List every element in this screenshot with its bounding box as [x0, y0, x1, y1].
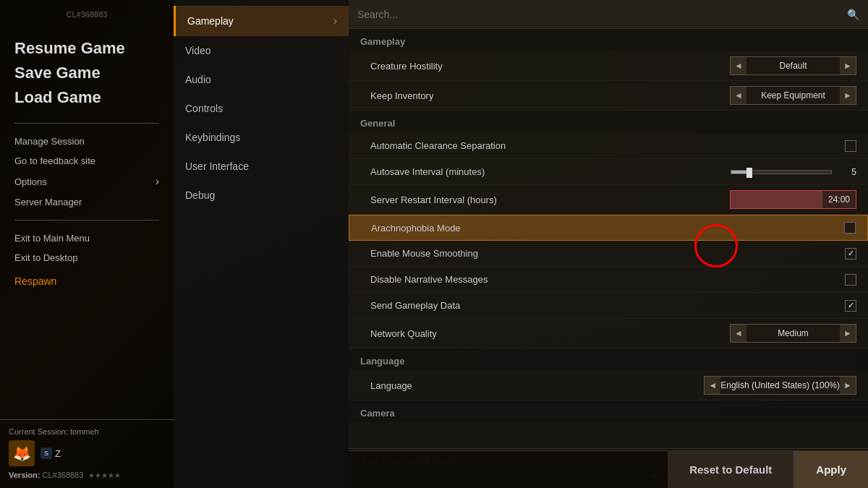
server-restart-label: Server Restart Interval (hours)	[370, 194, 726, 205]
session-label: Current Session: tommeh	[9, 427, 165, 436]
section-camera-header: Camera	[349, 401, 868, 423]
manage-session-button[interactable]: Manage Session	[14, 132, 159, 150]
section-gameplay-header: Gameplay	[349, 29, 868, 51]
sidebar-bottom: Current Session: tommeh 🦊 S Z Version: C…	[0, 419, 174, 488]
section-language-header: Language	[349, 348, 868, 371]
arachnophobia-checkbox[interactable]	[844, 222, 856, 234]
setting-disable-narrative: Disable Narrative Messages	[349, 267, 868, 293]
autosave-value: 5	[836, 167, 856, 177]
bottom-bar: Reset to Default Apply	[349, 450, 868, 488]
arachnophobia-label: Arachnophobia Mode	[371, 223, 726, 234]
keep-inventory-label: Keep Inventory	[370, 90, 726, 101]
mouse-smoothing-checkbox[interactable]	[845, 248, 856, 260]
exit-main-menu-button[interactable]: Exit to Main Menu	[14, 229, 159, 247]
autosave-control: 5	[726, 167, 856, 177]
category-video[interactable]: Video	[174, 36, 349, 65]
avatar: 🦊	[9, 440, 35, 466]
category-keybindings[interactable]: Keybindings	[174, 123, 349, 152]
divider-2	[14, 220, 159, 221]
respawn-button[interactable]: Respawn	[0, 270, 174, 293]
creature-hostility-next[interactable]: ►	[840, 57, 856, 74]
time-fill	[731, 191, 822, 208]
language-control: ◄ English (United States) (100%) ►	[704, 376, 856, 395]
setting-send-gameplay: Send Gameplay Data	[349, 293, 868, 319]
keep-inventory-value: Keep Equipment	[746, 90, 840, 100]
creature-hostility-prev[interactable]: ◄	[731, 57, 746, 74]
autosave-slider-handle[interactable]	[746, 168, 752, 178]
apply-button[interactable]: Apply	[794, 451, 868, 489]
setting-creature-hostility: Creature Hostility ◄ Default ►	[349, 51, 868, 81]
send-gameplay-control	[726, 300, 856, 312]
options-button[interactable]: Options	[14, 171, 159, 192]
main-actions: Resume Game Save Game Load Game	[0, 22, 174, 117]
auto-clearance-checkbox[interactable]	[845, 140, 856, 152]
version-value: CL#368883	[42, 471, 83, 479]
category-controls[interactable]: Controls	[174, 94, 349, 123]
setting-auto-clearance: Automatic Clearance Separation	[349, 133, 868, 159]
mouse-smoothing-control	[726, 248, 856, 260]
creature-hostility-value: Default	[746, 61, 840, 71]
settings-content: Gameplay Creature Hostility ◄ Default ► …	[349, 29, 868, 448]
setting-arachnophobia: Arachnophobia Mode	[349, 215, 868, 241]
network-quality-prev[interactable]: ◄	[731, 325, 746, 342]
autosave-label: Autosave Interval (minutes)	[370, 166, 726, 177]
sidebar: CL#368883 Resume Game Save Game Load Gam…	[0, 0, 174, 488]
mouse-smoothing-label: Enable Mouse Smoothing	[370, 248, 726, 259]
disable-narrative-label: Disable Narrative Messages	[370, 274, 726, 285]
disable-narrative-control	[726, 274, 856, 286]
language-value: English (United States) (100%)	[720, 380, 840, 390]
setting-autosave: Autosave Interval (minutes) 5	[349, 159, 868, 185]
secondary-actions: Manage Session Go to feedback site Optio…	[0, 129, 174, 214]
network-quality-control: ◄ Medium ►	[726, 324, 856, 343]
load-game-button[interactable]: Load Game	[14, 85, 159, 110]
avatar-icon: 🦊	[13, 445, 31, 462]
creature-hostility-control: ◄ Default ►	[726, 56, 856, 75]
category-ui[interactable]: User Interface	[174, 152, 349, 181]
autosave-slider-fill	[731, 171, 746, 174]
autosave-slider-track[interactable]	[731, 170, 832, 174]
settings-panel: 🔍 Gameplay Creature Hostility ◄ Default …	[349, 0, 868, 488]
server-restart-value: 24:00	[822, 194, 856, 205]
keep-inventory-control: ◄ Keep Equipment ►	[726, 86, 856, 105]
feedback-site-button[interactable]: Go to feedback site	[14, 152, 159, 170]
reset-to-default-button[interactable]: Reset to Default	[668, 451, 794, 489]
network-quality-value: Medium	[746, 328, 840, 338]
tertiary-actions: Exit to Main Menu Exit to Desktop	[0, 226, 174, 270]
language-next[interactable]: ►	[840, 377, 856, 394]
disable-narrative-checkbox[interactable]	[845, 274, 856, 286]
resume-game-button[interactable]: Resume Game	[14, 36, 159, 61]
keep-inventory-select[interactable]: ◄ Keep Equipment ►	[730, 86, 856, 105]
network-quality-label: Network Quality	[370, 328, 726, 339]
creature-hostility-label: Creature Hostility	[370, 61, 726, 72]
send-gameplay-checkbox[interactable]	[845, 300, 856, 312]
category-panel: Gameplay › Video Audio Controls Keybindi…	[174, 0, 349, 488]
server-restart-time[interactable]: 24:00	[730, 190, 856, 209]
save-game-button[interactable]: Save Game	[14, 61, 159, 85]
network-quality-select[interactable]: ◄ Medium ►	[730, 324, 856, 343]
keep-inventory-prev[interactable]: ◄	[731, 87, 746, 104]
setting-language: Language ◄ English (United States) (100%…	[349, 371, 868, 401]
network-quality-next[interactable]: ►	[840, 325, 856, 342]
setting-server-restart: Server Restart Interval (hours) 24:00	[349, 185, 868, 215]
category-gameplay[interactable]: Gameplay ›	[174, 6, 349, 36]
keep-inventory-next[interactable]: ►	[840, 87, 856, 104]
username: Z	[55, 448, 61, 459]
category-debug[interactable]: Debug	[174, 181, 349, 210]
creature-hostility-select[interactable]: ◄ Default ►	[730, 56, 856, 75]
search-bar: 🔍	[349, 0, 868, 29]
send-gameplay-label: Send Gameplay Data	[370, 300, 726, 311]
language-select[interactable]: ◄ English (United States) (100%) ►	[704, 376, 856, 395]
user-info: S Z	[41, 448, 61, 459]
search-input[interactable]	[357, 9, 841, 20]
sidebar-version: CL#368883	[0, 7, 174, 22]
language-prev[interactable]: ◄	[705, 377, 720, 394]
server-restart-control: 24:00	[726, 190, 856, 209]
steam-icon: S	[41, 448, 52, 459]
search-icon: 🔍	[847, 9, 859, 20]
server-manager-button[interactable]: Server Manager	[14, 193, 159, 211]
arachnophobia-control	[726, 222, 856, 234]
version-row: Version: CL#368883 ★★★★★	[9, 471, 165, 479]
category-audio[interactable]: Audio	[174, 65, 349, 94]
arrow-icon: ›	[333, 14, 337, 27]
exit-desktop-button[interactable]: Exit to Desktop	[14, 249, 159, 267]
